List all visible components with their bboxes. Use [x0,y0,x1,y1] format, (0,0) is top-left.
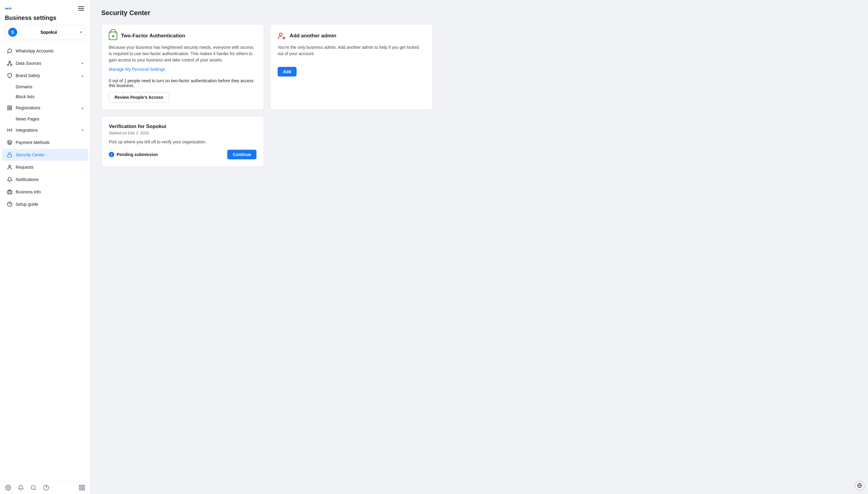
sidebar-item-payment-methods[interactable]: Payment Methods [2,136,88,149]
manage-personal-settings-link[interactable]: Manage My Personal Settings [109,67,165,72]
verification-date: Started on Dec 2, 2022 [109,131,257,135]
main-content: Security Center Two-Factor Authenticatio… [90,0,868,494]
svg-rect-26 [79,488,81,490]
chevron-up-icon: ▴ [82,106,84,110]
pending-label: Pending submission [117,152,158,157]
sidebar-item-requests[interactable]: Requests [2,161,88,173]
sidebar-item-business-info[interactable]: Business info [2,186,88,198]
add-admin-button[interactable]: Add [278,67,297,77]
tfa-count-text: 0 out of 1 people need to turn on two-fa… [109,78,257,88]
avatar: S [8,28,17,37]
svg-rect-15 [7,191,12,194]
svg-rect-24 [82,485,85,487]
sidebar-item-brand-safety[interactable]: Brand Safety ▴ [2,70,88,82]
registrations-icon [7,105,13,111]
add-admin-card-title: Add another admin [290,33,336,39]
page-title: Security Center [101,9,857,17]
chevron-up-icon: ▴ [82,74,84,78]
sidebar-item-domains[interactable]: Domains [2,82,88,92]
sidebar-item-label-domains: Domains [16,84,32,89]
security-center-icon [7,152,13,158]
svg-point-4 [7,64,9,66]
svg-point-5 [11,64,12,66]
svg-point-12 [9,130,11,131]
add-admin-icon [278,32,286,40]
tfa-description: Because your business has heightened sec… [109,44,257,63]
meta-logo-icon [5,5,12,12]
svg-line-20 [35,489,36,490]
svg-rect-9 [10,106,12,107]
sidebar-item-data-sources[interactable]: Data Sources ▾ [2,57,88,69]
sidebar-logo-row [5,4,85,13]
tfa-card-header: Two-Factor Authentication [109,32,257,40]
payment-methods-icon [7,139,13,146]
sidebar-item-integrations[interactable]: Integrations ▾ [2,124,88,136]
sidebar-item-whatsapp[interactable]: WhatsApp Accounts [2,45,88,57]
info-circle-icon: i [109,152,114,157]
tfa-card-title: Two-Factor Authentication [121,33,185,39]
verification-title: Verification for Sopokui [109,124,257,130]
chevron-down-icon: ▾ [80,30,82,34]
sidebar-item-label-registrations: Registrations [16,106,79,110]
business-settings-title: Business settings [5,15,85,21]
setup-guide-icon [7,201,13,207]
add-admin-card: Add another admin You're the only busine… [270,24,433,110]
sidebar-bottom-bar [0,481,90,494]
sidebar-item-label-requests: Requests [16,165,84,170]
help-bottom-icon[interactable] [43,484,50,491]
svg-rect-13 [7,154,12,157]
bell-bottom-icon[interactable] [17,484,24,491]
svg-line-7 [10,62,11,64]
sidebar-item-news-pages[interactable]: News Pages [2,114,88,124]
svg-rect-23 [79,485,81,487]
verification-description: Pick up where you left off to verify you… [109,139,257,144]
search-bottom-icon[interactable] [30,484,37,491]
sidebar: Business settings S Sopokui ▾ WhatsApp A… [0,0,90,494]
svg-point-14 [9,165,11,167]
sidebar-item-registrations[interactable]: Registrations ▴ [2,102,88,114]
sidebar-item-label-business-info: Business info [16,189,84,194]
sidebar-item-label-data-sources: Data Sources [16,61,79,66]
globe-icon[interactable] [855,481,864,490]
settings-icon[interactable] [5,484,12,491]
sidebar-item-label-setup-guide: Setup guide [16,202,84,207]
svg-point-18 [7,487,9,489]
pending-row: i Pending submission Continue [109,150,257,159]
sidebar-item-label-payment-methods: Payment Methods [16,140,84,145]
sidebar-item-block-lists[interactable]: Block lists [2,92,88,101]
add-admin-card-header: Add another admin [278,32,425,40]
review-access-button[interactable]: Review People's Access [109,92,169,102]
account-selector[interactable]: S Sopokui ▾ [5,25,85,39]
cards-grid: Two-Factor Authentication Because your b… [101,24,433,167]
svg-point-3 [9,61,11,63]
lock-icon [109,32,117,40]
requests-icon [7,164,13,170]
sidebar-item-security-center[interactable]: Security Center [2,149,88,161]
svg-rect-10 [7,109,9,110]
sidebar-item-label-security-center: Security Center [16,152,84,157]
business-info-icon [7,189,13,195]
table-view-icon[interactable] [79,484,85,491]
tfa-card: Two-Factor Authentication Because your b… [101,24,264,110]
add-admin-description: You're the only business admin. Add anot… [278,44,425,57]
sidebar-nav: WhatsApp Accounts Data Sources ▾ Brand S… [0,42,90,213]
sidebar-item-notifications[interactable]: Notifications [2,173,88,186]
sidebar-item-setup-guide[interactable]: Setup guide [2,198,88,210]
sidebar-item-label-brand-safety: Brand Safety [16,73,79,78]
menu-toggle-button[interactable] [77,4,85,13]
svg-rect-25 [82,488,85,490]
brand-safety-icon [7,73,13,79]
sidebar-item-label-news-pages: News Pages [16,117,39,121]
sidebar-header: Business settings S Sopokui ▾ [0,0,90,42]
pending-status: i Pending submission [109,152,158,157]
continue-button[interactable]: Continue [227,150,257,159]
svg-line-6 [8,62,10,64]
svg-rect-0 [78,6,84,7]
whatsapp-icon [7,48,13,54]
sidebar-item-label-integrations: Integrations [16,128,79,133]
sidebar-item-label-block-lists: Block lists [16,94,34,99]
chevron-down-icon: ▾ [82,128,84,132]
svg-point-27 [279,33,282,36]
sidebar-item-label-whatsapp: WhatsApp Accounts [16,49,84,53]
integrations-icon [7,127,13,133]
